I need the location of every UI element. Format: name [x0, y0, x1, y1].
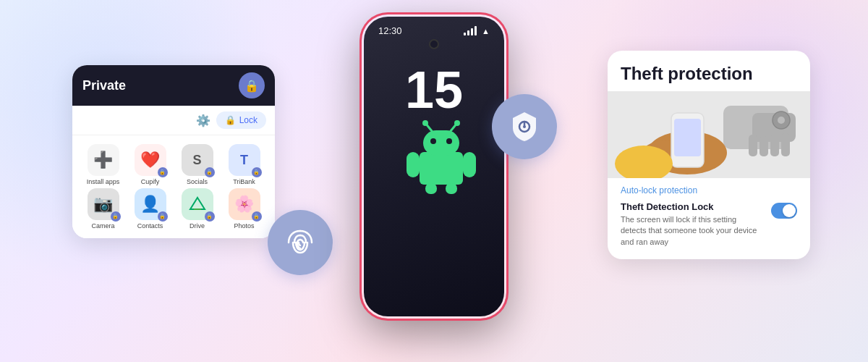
plus-icon: ➕ — [93, 151, 113, 169]
theft-illustration — [608, 91, 810, 178]
tribank-icon: T — [240, 153, 248, 168]
socials-icon: S — [192, 153, 201, 168]
private-label: Private — [82, 78, 126, 93]
private-space-card: Private 🔒 ⚙️ 🔒 Lock ➕ Install apps ❤️ 🔒 … — [72, 65, 275, 238]
app-item-camera[interactable]: 📷 🔒 Camera — [81, 188, 125, 230]
phone: 12:30 ▲ 15 — [362, 14, 506, 319]
app-item-drive[interactable]: 🔒 Drive — [175, 188, 219, 230]
svg-rect-21 — [760, 136, 768, 156]
shield-icon — [507, 109, 542, 144]
signal-bar-1 — [464, 33, 466, 35]
signal-bar-2 — [467, 30, 469, 35]
app-icon-drive: 🔒 — [182, 188, 213, 220]
svg-rect-20 — [749, 135, 757, 156]
drive-icon — [189, 195, 206, 213]
shield-bubble — [492, 94, 557, 159]
cupify-icon: ❤️ — [140, 151, 160, 169]
app-name-camera: Camera — [91, 222, 114, 230]
private-header: Private 🔒 — [72, 65, 275, 106]
lock-badge-camera: 🔒 — [111, 211, 121, 222]
svg-rect-3 — [423, 130, 459, 156]
svg-point-9 — [454, 120, 460, 126]
app-icon-contacts: 👤 🔒 — [135, 188, 166, 220]
time-display: 12:30 — [378, 25, 402, 36]
phone-number: 15 — [405, 64, 463, 116]
fingerprint-icon — [283, 225, 318, 260]
wifi-signal — [464, 26, 477, 35]
fingerprint-bubble — [268, 210, 333, 275]
app-name-drive: Drive — [190, 222, 205, 230]
status-bar: 12:30 ▲ — [364, 17, 504, 39]
photos-icon: 🌸 — [234, 195, 254, 214]
lock-icon-small: 🔒 — [225, 115, 236, 125]
app-name-contacts: Contacts — [137, 222, 163, 230]
app-item-photos[interactable]: 🌸 🔒 Photos — [222, 188, 266, 230]
app-grid: ➕ Install apps ❤️ 🔒 Cupify S 🔒 Socials T… — [72, 135, 275, 238]
detection-desc: The screen will lock if this setting det… — [621, 214, 764, 248]
lock-badge-cupify: 🔒 — [158, 167, 168, 177]
lock-button[interactable]: 🔒 Lock — [216, 111, 266, 129]
signal-bar-3 — [471, 28, 473, 35]
theft-protection-card: Theft protection Auto-l — [608, 51, 810, 259]
app-item-install[interactable]: ➕ Install apps — [81, 144, 125, 185]
app-name-install: Install apps — [87, 178, 120, 185]
svg-point-4 — [430, 138, 436, 144]
detection-title: Theft Detection Lock — [621, 201, 764, 212]
signal-bar-4 — [475, 26, 477, 35]
app-icon-socials: S 🔒 — [182, 144, 213, 176]
lock-badge-photos: 🔒 — [252, 211, 262, 222]
gear-icon[interactable]: ⚙️ — [196, 114, 210, 127]
signal-indicators: ▲ — [464, 26, 490, 35]
svg-point-5 — [446, 138, 452, 144]
camera-icon: 📷 — [93, 195, 113, 214]
theft-detection-toggle[interactable] — [771, 203, 797, 219]
app-icon-tribank: T 🔒 — [229, 144, 260, 176]
phone-camera — [429, 39, 439, 49]
app-item-cupify[interactable]: ❤️ 🔒 Cupify — [128, 144, 172, 185]
auto-lock-label: Auto-lock protection — [608, 178, 810, 198]
app-name-tribank: TriBank — [233, 178, 255, 185]
lock-badge-contacts: 🔒 — [158, 211, 168, 222]
app-name-photos: Photos — [234, 222, 254, 230]
app-item-socials[interactable]: S 🔒 Socials — [175, 144, 219, 185]
lock-icon-bubble: 🔒 — [239, 72, 265, 98]
svg-rect-23 — [781, 133, 790, 156]
app-item-tribank[interactable]: T 🔒 TriBank — [222, 144, 266, 185]
android-mascot — [398, 116, 470, 188]
lock-badge-socials: 🔒 — [205, 167, 215, 177]
lock-badge-drive: 🔒 — [205, 211, 215, 222]
svg-rect-2 — [420, 152, 463, 185]
android-robot-svg — [398, 116, 485, 195]
theft-scene-svg — [608, 91, 810, 178]
app-item-contacts[interactable]: 👤 🔒 Contacts — [128, 188, 172, 230]
app-name-socials: Socials — [187, 178, 208, 185]
app-name-cupify: Cupify — [141, 178, 160, 185]
svg-rect-10 — [407, 152, 420, 177]
contacts-icon: 👤 — [140, 195, 160, 214]
private-toolbar: ⚙️ 🔒 Lock — [72, 106, 275, 135]
svg-rect-22 — [770, 135, 779, 156]
wifi-icon: ▲ — [482, 27, 490, 35]
app-icon-cupify: ❤️ 🔒 — [135, 144, 166, 176]
theft-detection-row: Theft Detection Lock The screen will loc… — [608, 198, 810, 259]
app-icon-install: ➕ — [88, 144, 119, 176]
theft-title: Theft protection — [608, 51, 810, 91]
svg-rect-12 — [425, 183, 437, 194]
svg-rect-29 — [674, 119, 701, 156]
svg-point-25 — [778, 117, 785, 124]
svg-rect-13 — [446, 183, 457, 194]
app-icon-photos: 🌸 🔒 — [229, 188, 260, 220]
app-icon-camera: 📷 🔒 — [88, 188, 119, 220]
svg-marker-0 — [190, 198, 205, 209]
theft-detection-text: Theft Detection Lock The screen will loc… — [621, 201, 764, 248]
svg-point-8 — [422, 120, 428, 126]
svg-rect-11 — [463, 152, 476, 177]
lock-badge-tribank: 🔒 — [252, 167, 262, 177]
